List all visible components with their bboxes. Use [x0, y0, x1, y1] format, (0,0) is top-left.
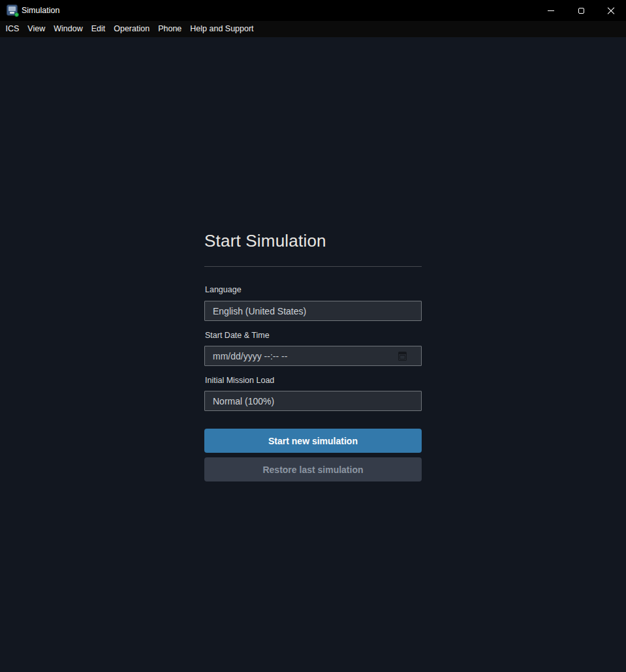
divider [204, 266, 422, 267]
menu-item-help-and-support[interactable]: Help and Support [186, 21, 258, 37]
initial-mission-load-select[interactable]: Normal (100%) [204, 391, 422, 411]
minimize-icon [548, 10, 554, 11]
menu-item-view[interactable]: View [23, 21, 50, 37]
menu-item-operation[interactable]: Operation [110, 21, 154, 37]
initial-mission-load-value: Normal (100%) [213, 396, 274, 406]
app-window: Simulation ICS View Window Edit Operatio… [0, 0, 626, 672]
start-date-time-label: Start Date & Time [205, 331, 270, 340]
menu-item-window[interactable]: Window [50, 21, 87, 37]
start-date-time-field[interactable] [204, 346, 422, 366]
app-icon [7, 5, 18, 16]
maximize-button[interactable] [566, 0, 596, 21]
main-content: Start Simulation Language English (Unite… [0, 37, 626, 672]
initial-mission-load-label: Initial Mission Load [205, 376, 274, 385]
language-select[interactable]: English (United States) [204, 301, 422, 321]
language-select-value: English (United States) [213, 306, 306, 316]
titlebar: Simulation [0, 0, 626, 21]
menu-item-phone[interactable]: Phone [154, 21, 186, 37]
restore-last-simulation-button[interactable]: Restore last simulation [204, 457, 422, 481]
calendar-icon[interactable] [398, 352, 407, 361]
menu-item-ics[interactable]: ICS [1, 21, 23, 37]
minimize-button[interactable] [536, 0, 566, 21]
start-date-time-input[interactable] [213, 346, 413, 365]
maximize-icon [578, 8, 584, 14]
status-dot-icon [14, 12, 19, 17]
language-label: Language [205, 285, 242, 294]
start-new-simulation-button[interactable]: Start new simulation [204, 429, 422, 453]
close-icon [607, 7, 615, 14]
window-controls [536, 0, 626, 21]
menubar: ICS View Window Edit Operation Phone Hel… [0, 21, 626, 37]
page-title: Start Simulation [204, 231, 326, 251]
close-button[interactable] [596, 0, 626, 21]
menu-item-edit[interactable]: Edit [87, 21, 110, 37]
window-title: Simulation [22, 0, 59, 21]
